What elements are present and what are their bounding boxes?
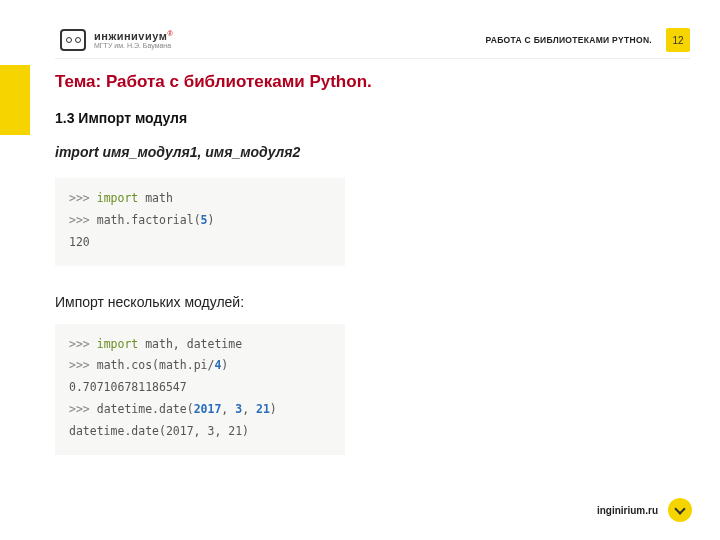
header-divider: [55, 58, 690, 59]
brand-registered: ®: [167, 30, 172, 37]
code-example-2: >>> import math, datetime >>> math.cos(m…: [55, 324, 345, 455]
section-heading: 1.3 Импорт модуля: [55, 110, 690, 126]
footer-url: inginirium.ru: [597, 505, 658, 516]
slide-header: инжиниvиум® МГТУ им. Н.Э. Баумана РАБОТА…: [60, 28, 690, 52]
brand-subtitle: МГТУ им. Н.Э. Баумана: [94, 42, 173, 50]
slide-content: Тема: Работа с библиотеками Python. 1.3 …: [55, 72, 690, 483]
brand-logo-icon: [60, 29, 86, 51]
brand: инжиниvиум® МГТУ им. Н.Э. Баумана: [60, 29, 173, 51]
accent-tab: [0, 65, 30, 135]
code-example-1: >>> import math >>> math.factorial(5) 12…: [55, 178, 345, 266]
course-title: РАБОТА С БИБЛИОТЕКАМИ PYTHON.: [486, 35, 652, 45]
topic-heading: Тема: Работа с библиотеками Python.: [55, 72, 690, 92]
brand-text: инжиниvиум® МГТУ им. Н.Э. Баумана: [94, 30, 173, 50]
brand-name: инжиниvиум: [94, 30, 167, 42]
subheading: Импорт нескольких модулей:: [55, 294, 690, 310]
chevron-down-icon: [668, 498, 692, 522]
import-syntax: import имя_модуля1, имя_модуля2: [55, 144, 690, 160]
slide-footer: inginirium.ru: [597, 498, 692, 522]
page-number: 12: [666, 28, 690, 52]
